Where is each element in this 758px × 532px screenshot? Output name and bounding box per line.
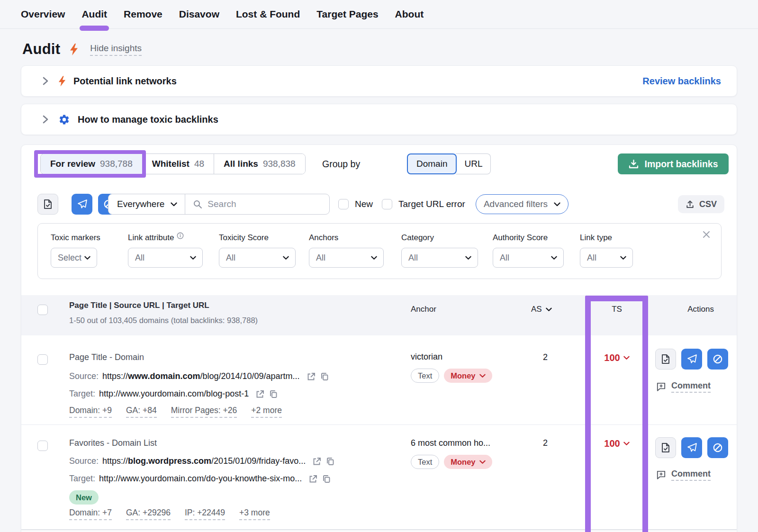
stat-link[interactable]: Mirror Pages: +26 (171, 406, 237, 418)
column-header-as-sort[interactable]: AS (531, 305, 552, 314)
anchor-badges: Text Money (411, 455, 492, 469)
source-url: https://blog.wordpress.com/2015/01/09/fr… (102, 456, 306, 466)
anchors-select[interactable]: All (309, 248, 384, 268)
link-attribute-label: Link attribute (128, 233, 203, 243)
gear-icon (58, 114, 70, 126)
keep-for-review-button[interactable] (655, 437, 676, 458)
tab-count: 48 (194, 159, 204, 169)
toxicity-score-cell[interactable]: 100 (591, 352, 642, 363)
select-all-checkbox[interactable] (37, 305, 48, 315)
external-link-icon[interactable] (308, 474, 318, 484)
import-backlinks-button[interactable]: Import backlinks (618, 153, 729, 174)
nav-item-overview[interactable]: Overview (21, 9, 65, 20)
chevron-down-icon (551, 256, 557, 260)
link-type-select[interactable]: All (580, 248, 633, 268)
tab-all-links[interactable]: All links 938,838 (214, 154, 305, 174)
hide-insights-link[interactable]: Hide insights (70, 43, 142, 56)
copy-icon[interactable] (325, 457, 335, 466)
toxicity-score-value: 100 (604, 352, 620, 363)
row-actions (655, 437, 728, 458)
link-attribute-select[interactable]: All (128, 248, 203, 268)
backlink-row: Page Title - Domain Source: https://www.… (21, 335, 737, 424)
manage-toxic-backlinks-panel[interactable]: How to manage toxic backlinks (21, 104, 737, 135)
external-link-icon[interactable] (255, 389, 265, 399)
stat-link[interactable]: GA: +84 (126, 406, 157, 418)
chevron-down-icon (554, 202, 560, 207)
view-tabs: For review 938,788 Whitelist 48 All link… (40, 153, 306, 174)
nav-item-audit[interactable]: Audit (81, 9, 107, 20)
money-badge[interactable]: Money (444, 455, 492, 469)
filter-target-url-error-checkbox[interactable]: Target URL error (382, 194, 465, 215)
backlink-audit-screen: Overview Audit Remove Disavow Lost & Fou… (0, 0, 758, 532)
send-to-disavow-button[interactable] (707, 437, 728, 458)
category-select[interactable]: All (401, 248, 478, 268)
tab-whitelist[interactable]: Whitelist 48 (142, 154, 214, 174)
stat-link[interactable]: GA: +29296 (126, 508, 171, 520)
potential-link-networks-panel[interactable]: Potential link networks Review backlinks (21, 65, 737, 97)
money-badge[interactable]: Money (444, 369, 492, 383)
toxicity-score-value: All (226, 253, 235, 263)
toxicity-score-select[interactable]: All (219, 248, 296, 268)
nav-item-target-pages[interactable]: Target Pages (316, 9, 378, 20)
copy-icon[interactable] (322, 474, 331, 484)
backlinks-card: For review 938,788 Whitelist 48 All link… (21, 144, 737, 532)
lightning-icon (70, 44, 78, 55)
move-to-review-button[interactable] (37, 194, 58, 215)
comment-button[interactable]: Comment (656, 469, 711, 481)
send-to-disavow-button[interactable] (707, 349, 728, 370)
info-icon[interactable] (177, 232, 184, 239)
authority-score-label: Authority Score (493, 233, 564, 243)
comment-button[interactable]: Comment (656, 381, 711, 393)
stat-link[interactable]: IP: +22449 (185, 508, 225, 520)
row-checkbox[interactable] (37, 441, 48, 451)
nav-item-disavow[interactable]: Disavow (179, 9, 219, 20)
authority-score-select[interactable]: All (493, 248, 564, 268)
stat-link[interactable]: Domain: +7 (69, 508, 112, 520)
page-title: Audit (22, 41, 60, 58)
close-filters-icon[interactable] (702, 230, 711, 239)
target-url: http://www.yourdomain.com/blog-post-1 (99, 389, 249, 399)
toxicity-score-cell[interactable]: 100 (591, 438, 642, 449)
target-label: Target: (69, 474, 95, 484)
export-csv-button[interactable]: CSV (678, 195, 724, 213)
nav-item-remove[interactable]: Remove (124, 9, 162, 20)
tab-for-review[interactable]: For review 938,788 (41, 154, 142, 174)
external-link-icon[interactable] (312, 457, 322, 466)
nav-item-lost-found[interactable]: Lost & Found (236, 9, 300, 20)
stat-link[interactable]: +2 more (251, 406, 282, 418)
toxic-markers-label: Toxic markers (51, 233, 100, 243)
group-by-toggle: Domain URL (407, 153, 491, 174)
toxic-markers-select[interactable]: Select (51, 248, 97, 268)
chevron-right-icon[interactable] (42, 114, 49, 125)
send-to-remove-button[interactable] (681, 437, 702, 458)
search-scope-dropdown[interactable]: Everywhere (108, 194, 185, 214)
target-label: Target: (69, 389, 95, 399)
horizontal-scrollbar[interactable] (21, 529, 737, 532)
chevron-down-icon (190, 256, 196, 260)
nav-item-about[interactable]: About (395, 9, 424, 20)
search-input[interactable] (208, 199, 329, 209)
source-url-line: Source: https://www.domain.com/blog/2014… (69, 371, 329, 381)
group-by-url[interactable]: URL (456, 153, 490, 174)
external-link-icon[interactable] (307, 372, 316, 381)
keep-for-review-button[interactable] (655, 349, 676, 370)
domain-stats-row: Domain: +9 GA: +84 Mirror Pages: +26 +2 … (69, 406, 282, 418)
send-to-remove-button[interactable] (681, 349, 702, 370)
copy-icon[interactable] (269, 389, 278, 399)
filter-new-checkbox[interactable]: New (338, 194, 373, 215)
column-header-main: Page Title | Source URL | Target URL (69, 301, 209, 310)
stat-link[interactable]: Domain: +9 (69, 406, 112, 418)
copy-icon[interactable] (320, 372, 329, 381)
advanced-filters-button[interactable]: Advanced filters (476, 194, 568, 214)
stat-link[interactable]: +3 more (239, 508, 270, 520)
toxic-markers-value: Select (58, 253, 81, 263)
review-backlinks-link[interactable]: Review backlinks (642, 76, 721, 87)
chevron-right-icon[interactable] (42, 76, 49, 86)
group-by-domain[interactable]: Domain (407, 153, 457, 174)
row-actions (655, 349, 728, 370)
send-to-remove-button[interactable] (72, 194, 92, 215)
group-by-label: Group by (322, 153, 360, 174)
chevron-down-icon (171, 202, 177, 207)
filter-new-label: New (355, 199, 373, 209)
row-checkbox[interactable] (37, 354, 48, 365)
